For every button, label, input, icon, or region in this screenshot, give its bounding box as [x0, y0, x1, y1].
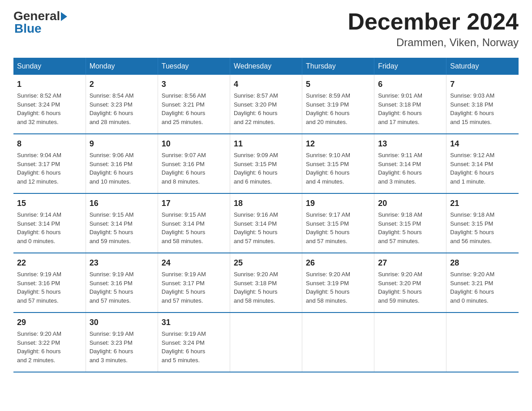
calendar-day-cell: 18Sunrise: 9:16 AMSunset: 3:14 PMDayligh… — [230, 193, 302, 253]
calendar-day-cell: 19Sunrise: 9:17 AMSunset: 3:15 PMDayligh… — [302, 193, 374, 253]
month-title: December 2024 — [348, 9, 519, 34]
day-sun-info: Sunrise: 8:54 AMSunset: 3:23 PMDaylight:… — [90, 91, 154, 126]
day-number: 12 — [306, 138, 370, 150]
day-of-week-header: Saturday — [446, 58, 519, 75]
day-of-week-header: Wednesday — [230, 58, 302, 75]
day-sun-info: Sunrise: 8:56 AMSunset: 3:21 PMDaylight:… — [162, 91, 226, 126]
calendar-week-row: 1Sunrise: 8:52 AMSunset: 3:24 PMDaylight… — [13, 75, 519, 134]
day-number: 29 — [17, 317, 82, 329]
day-sun-info: Sunrise: 9:09 AMSunset: 3:15 PMDaylight:… — [234, 151, 298, 186]
title-area: December 2024 Drammen, Viken, Norway — [348, 9, 519, 49]
day-sun-info: Sunrise: 9:01 AMSunset: 3:18 PMDaylight:… — [378, 91, 442, 126]
location: Drammen, Viken, Norway — [348, 36, 519, 49]
day-of-week-header: Monday — [86, 58, 158, 75]
day-of-week-header: Sunday — [13, 58, 86, 75]
day-number: 8 — [17, 138, 82, 150]
calendar-day-cell: 12Sunrise: 9:10 AMSunset: 3:15 PMDayligh… — [302, 134, 374, 193]
calendar-day-cell: 8Sunrise: 9:04 AMSunset: 3:17 PMDaylight… — [13, 134, 86, 193]
day-number: 18 — [234, 197, 298, 210]
calendar-day-cell — [302, 313, 374, 372]
day-sun-info: Sunrise: 9:18 AMSunset: 3:15 PMDaylight:… — [450, 210, 515, 245]
calendar-day-cell: 14Sunrise: 9:12 AMSunset: 3:14 PMDayligh… — [446, 134, 519, 193]
day-sun-info: Sunrise: 9:19 AMSunset: 3:17 PMDaylight:… — [162, 270, 226, 305]
days-header-row: SundayMondayTuesdayWednesdayThursdayFrid… — [13, 58, 519, 75]
calendar-day-cell: 6Sunrise: 9:01 AMSunset: 3:18 PMDaylight… — [374, 75, 446, 134]
day-number: 11 — [234, 138, 298, 150]
calendar-body: 1Sunrise: 8:52 AMSunset: 3:24 PMDaylight… — [13, 75, 519, 372]
calendar-day-cell — [446, 313, 519, 372]
calendar-day-cell: 29Sunrise: 9:20 AMSunset: 3:22 PMDayligh… — [13, 313, 86, 372]
logo-arrow-icon — [61, 12, 67, 21]
day-number: 31 — [162, 317, 226, 329]
day-sun-info: Sunrise: 9:20 AMSunset: 3:19 PMDaylight:… — [306, 270, 370, 305]
day-sun-info: Sunrise: 9:15 AMSunset: 3:14 PMDaylight:… — [90, 210, 154, 245]
calendar-header: SundayMondayTuesdayWednesdayThursdayFrid… — [13, 58, 519, 75]
day-number: 19 — [306, 197, 370, 210]
calendar-day-cell: 17Sunrise: 9:15 AMSunset: 3:14 PMDayligh… — [158, 193, 230, 253]
day-number: 3 — [162, 78, 226, 90]
calendar-week-row: 22Sunrise: 9:19 AMSunset: 3:16 PMDayligh… — [13, 253, 519, 313]
day-number: 30 — [90, 317, 154, 329]
calendar-day-cell: 28Sunrise: 9:20 AMSunset: 3:21 PMDayligh… — [446, 253, 519, 313]
calendar-day-cell: 5Sunrise: 8:59 AMSunset: 3:19 PMDaylight… — [302, 75, 374, 134]
day-sun-info: Sunrise: 9:04 AMSunset: 3:17 PMDaylight:… — [17, 151, 82, 186]
calendar-day-cell: 22Sunrise: 9:19 AMSunset: 3:16 PMDayligh… — [13, 253, 86, 313]
day-sun-info: Sunrise: 8:57 AMSunset: 3:20 PMDaylight:… — [234, 91, 298, 126]
calendar-day-cell: 24Sunrise: 9:19 AMSunset: 3:17 PMDayligh… — [158, 253, 230, 313]
day-number: 28 — [450, 257, 515, 269]
day-sun-info: Sunrise: 9:07 AMSunset: 3:16 PMDaylight:… — [162, 151, 226, 186]
calendar-day-cell: 30Sunrise: 9:19 AMSunset: 3:23 PMDayligh… — [86, 313, 158, 372]
calendar-day-cell: 25Sunrise: 9:20 AMSunset: 3:18 PMDayligh… — [230, 253, 302, 313]
day-sun-info: Sunrise: 9:15 AMSunset: 3:14 PMDaylight:… — [162, 210, 226, 245]
day-sun-info: Sunrise: 9:19 AMSunset: 3:16 PMDaylight:… — [17, 270, 82, 305]
day-sun-info: Sunrise: 9:12 AMSunset: 3:14 PMDaylight:… — [450, 151, 515, 186]
day-sun-info: Sunrise: 9:19 AMSunset: 3:23 PMDaylight:… — [90, 330, 154, 364]
day-sun-info: Sunrise: 9:10 AMSunset: 3:15 PMDaylight:… — [306, 151, 370, 186]
day-sun-info: Sunrise: 8:52 AMSunset: 3:24 PMDaylight:… — [17, 91, 82, 126]
day-sun-info: Sunrise: 9:16 AMSunset: 3:14 PMDaylight:… — [234, 210, 298, 245]
day-number: 10 — [162, 138, 226, 150]
day-sun-info: Sunrise: 9:18 AMSunset: 3:15 PMDaylight:… — [378, 210, 442, 245]
day-of-week-header: Friday — [374, 58, 446, 75]
day-of-week-header: Thursday — [302, 58, 374, 75]
calendar-table: SundayMondayTuesdayWednesdayThursdayFrid… — [13, 58, 519, 372]
calendar-day-cell — [374, 313, 446, 372]
day-number: 7 — [450, 78, 515, 90]
calendar-week-row: 8Sunrise: 9:04 AMSunset: 3:17 PMDaylight… — [13, 134, 519, 193]
calendar-week-row: 15Sunrise: 9:14 AMSunset: 3:14 PMDayligh… — [13, 193, 519, 253]
calendar-day-cell: 27Sunrise: 9:20 AMSunset: 3:20 PMDayligh… — [374, 253, 446, 313]
day-number: 1 — [17, 78, 82, 90]
calendar-day-cell: 15Sunrise: 9:14 AMSunset: 3:14 PMDayligh… — [13, 193, 86, 253]
day-sun-info: Sunrise: 9:20 AMSunset: 3:20 PMDaylight:… — [378, 270, 442, 305]
calendar-day-cell: 4Sunrise: 8:57 AMSunset: 3:20 PMDaylight… — [230, 75, 302, 134]
calendar-day-cell: 23Sunrise: 9:19 AMSunset: 3:16 PMDayligh… — [86, 253, 158, 313]
calendar-day-cell: 11Sunrise: 9:09 AMSunset: 3:15 PMDayligh… — [230, 134, 302, 193]
day-number: 13 — [378, 138, 442, 150]
page-header: General Blue December 2024 Drammen, Vike… — [13, 9, 519, 49]
day-number: 24 — [162, 257, 226, 269]
day-number: 16 — [90, 197, 154, 210]
day-number: 9 — [90, 138, 154, 150]
day-number: 5 — [306, 78, 370, 90]
day-sun-info: Sunrise: 9:20 AMSunset: 3:21 PMDaylight:… — [450, 270, 515, 305]
calendar-week-row: 29Sunrise: 9:20 AMSunset: 3:22 PMDayligh… — [13, 313, 519, 372]
day-number: 2 — [90, 78, 154, 90]
calendar-day-cell: 1Sunrise: 8:52 AMSunset: 3:24 PMDaylight… — [13, 75, 86, 134]
calendar-day-cell: 13Sunrise: 9:11 AMSunset: 3:14 PMDayligh… — [374, 134, 446, 193]
day-number: 26 — [306, 257, 370, 269]
calendar-day-cell: 31Sunrise: 9:19 AMSunset: 3:24 PMDayligh… — [158, 313, 230, 372]
day-number: 22 — [17, 257, 82, 269]
day-number: 21 — [450, 197, 515, 210]
logo: General Blue — [13, 9, 67, 36]
day-sun-info: Sunrise: 9:20 AMSunset: 3:22 PMDaylight:… — [17, 330, 82, 364]
day-sun-info: Sunrise: 8:59 AMSunset: 3:19 PMDaylight:… — [306, 91, 370, 126]
day-sun-info: Sunrise: 9:11 AMSunset: 3:14 PMDaylight:… — [378, 151, 442, 186]
calendar-day-cell: 20Sunrise: 9:18 AMSunset: 3:15 PMDayligh… — [374, 193, 446, 253]
calendar-day-cell: 26Sunrise: 9:20 AMSunset: 3:19 PMDayligh… — [302, 253, 374, 313]
day-sun-info: Sunrise: 9:17 AMSunset: 3:15 PMDaylight:… — [306, 210, 370, 245]
day-number: 6 — [378, 78, 442, 90]
day-number: 20 — [378, 197, 442, 210]
day-number: 15 — [17, 197, 82, 210]
day-number: 17 — [162, 197, 226, 210]
calendar-day-cell — [230, 313, 302, 372]
